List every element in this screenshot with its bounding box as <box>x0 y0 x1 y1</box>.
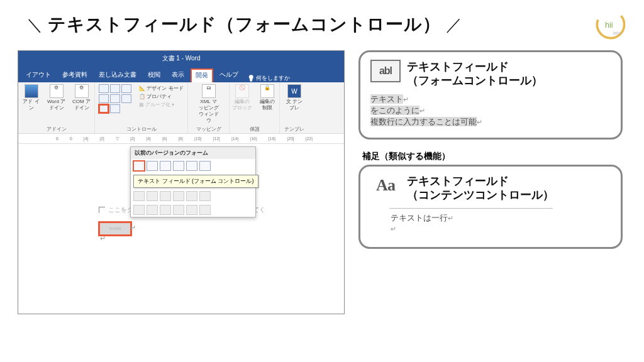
tell-me[interactable]: 何をしますか <box>247 74 290 82</box>
checkbox-form-icon[interactable] <box>147 161 158 171</box>
content-controls-gallery[interactable] <box>99 84 136 113</box>
margin-corner-icon <box>99 207 105 213</box>
supplement-label: 補足（類似する機能） <box>362 151 623 162</box>
tooltip: テキスト フィールド (フォーム コントロール) <box>133 175 258 188</box>
page-title-row: ＼ テキストフィールド（フォームコントロール） ／ <box>21 13 626 36</box>
group: ▦ グループ化 ▾ <box>139 101 183 109</box>
dropdown-form-icon[interactable] <box>160 161 171 171</box>
group-controls-label: コントロール <box>126 126 157 133</box>
xml-mapping[interactable]: 🗂XML マッピング ウィンドウ <box>198 84 219 124</box>
tab-references[interactable]: 参考資料 <box>57 68 92 82</box>
tab-help[interactable]: ヘルプ <box>214 68 243 82</box>
tab-view[interactable]: 表示 <box>167 68 189 82</box>
panel2-title: テキストフィールド （コンテンツコントロール） <box>407 174 554 202</box>
slash-left: ＼ <box>26 14 43 36</box>
word-window: 文書 1 - Word イアウト 参考資料 差し込み文書 校閲 表示 開発 ヘル… <box>18 50 345 314</box>
panel1-title: テキストフィールド （フォームコントロール） <box>407 60 543 87</box>
template[interactable]: W文 テンプレ <box>284 84 305 111</box>
ribbon: アド イン ⚙Word アドイン ⚙COM アドイン アドイン 📐 デザイン モ… <box>18 82 344 134</box>
abl-icon: abl <box>370 60 401 82</box>
group-addin-label: アドイン <box>47 126 67 133</box>
restrict-editing[interactable]: 🔒編集の 制限 <box>257 84 278 111</box>
panel1-body: テキスト↵ をこのように↵ 複数行に入力することは可能↵ <box>370 94 611 128</box>
reset-form-icon[interactable] <box>199 161 211 171</box>
panel2-sample: テキストは一行↵↵ <box>389 208 553 237</box>
word-addin-button[interactable]: ⚙Word アドイン <box>46 84 67 111</box>
frame-form-icon[interactable] <box>173 161 184 171</box>
text-field-form-control-icon[interactable] <box>133 161 145 171</box>
slash-right: ／ <box>446 14 462 36</box>
design-mode[interactable]: 📐 デザイン モード <box>139 84 183 92</box>
svg-text:labo: labo <box>613 30 622 36</box>
addin-button[interactable]: アド イン <box>21 84 42 111</box>
panel-content-control: Aa テキストフィールド （コンテンツコントロール） テキストは一行↵↵ <box>358 165 623 249</box>
page-title: テキストフィールド（フォームコントロール） <box>48 13 441 36</box>
ruler: 86|4||2|▽|2||4||6||8||10||12||14||16||18… <box>18 134 344 144</box>
logo: hii labo <box>594 8 628 41</box>
ribbon-tabs: イアウト 参考資料 差し込み文書 校閲 表示 開発 ヘルプ 何をしますか <box>18 66 344 82</box>
properties[interactable]: 📋 プロパティ <box>139 92 183 101</box>
form-field-instance[interactable]: ○○○○ <box>100 223 130 234</box>
tab-review[interactable]: 校閲 <box>143 68 165 82</box>
com-addin-button[interactable]: ⚙COM アドイン <box>71 84 92 111</box>
window-titlebar: 文書 1 - Word <box>18 51 344 66</box>
legacy-forms-toolbox: 以前のバージョンのフォーム テキスト フィールド (フォーム コントロール) <box>130 146 256 217</box>
panel-form-control: abl テキストフィールド （フォームコントロール） テキスト↵ をこのように↵… <box>358 50 623 140</box>
aa-icon: Aa <box>370 174 401 197</box>
shade-form-icon[interactable] <box>186 161 197 171</box>
svg-text:hii: hii <box>605 21 613 30</box>
tab-layout[interactable]: イアウト <box>21 68 56 82</box>
block-editing: 🚫編集の ブロック <box>231 84 253 111</box>
legacy-header: 以前のバージョンのフォーム <box>131 147 255 159</box>
tab-developer[interactable]: 開発 <box>191 69 213 82</box>
tab-mailings[interactable]: 差し込み文書 <box>94 68 142 82</box>
legacy-tools-button[interactable] <box>99 104 109 113</box>
